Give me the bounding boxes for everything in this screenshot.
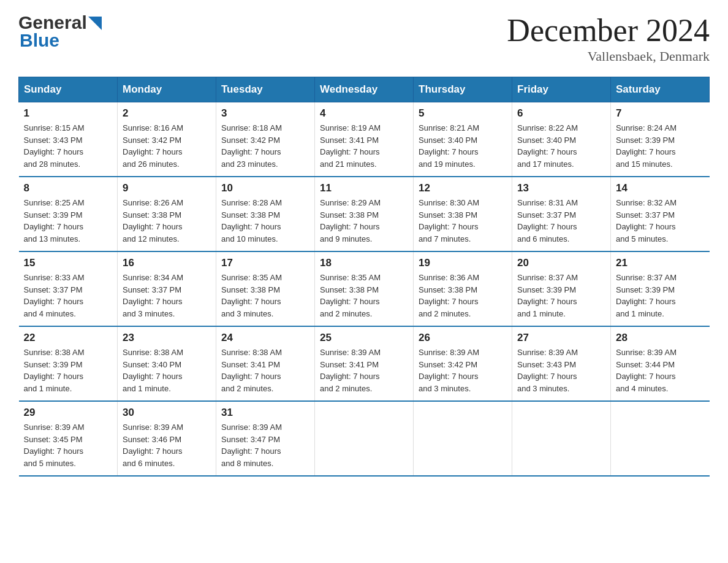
day-info: Sunrise: 8:37 AMSunset: 3:39 PMDaylight:…	[616, 272, 705, 320]
day-number: 2	[123, 107, 211, 120]
day-number: 25	[320, 332, 408, 344]
day-number: 14	[616, 182, 705, 194]
month-year-title: December 2024	[507, 12, 710, 48]
day-info: Sunrise: 8:39 AMSunset: 3:46 PMDaylight:…	[123, 421, 211, 469]
day-number: 30	[123, 407, 211, 419]
calendar-week-row: 29Sunrise: 8:39 AMSunset: 3:45 PMDayligh…	[19, 401, 710, 476]
table-row: 17Sunrise: 8:35 AMSunset: 3:38 PMDayligh…	[216, 251, 315, 326]
table-row: 6Sunrise: 8:22 AMSunset: 3:40 PMDaylight…	[512, 102, 611, 177]
col-thursday: Thursday	[414, 77, 512, 102]
table-row: 31Sunrise: 8:39 AMSunset: 3:47 PMDayligh…	[216, 401, 315, 476]
table-row: 18Sunrise: 8:35 AMSunset: 3:38 PMDayligh…	[315, 251, 414, 326]
day-info: Sunrise: 8:33 AMSunset: 3:37 PMDaylight:…	[24, 272, 113, 320]
table-row: 8Sunrise: 8:25 AMSunset: 3:39 PMDaylight…	[19, 177, 118, 251]
table-row: 19Sunrise: 8:36 AMSunset: 3:38 PMDayligh…	[414, 251, 512, 326]
logo-blue-text: Blue	[20, 30, 59, 51]
table-row	[512, 401, 611, 476]
day-number: 22	[24, 332, 113, 344]
day-number: 19	[419, 257, 507, 269]
table-row: 25Sunrise: 8:39 AMSunset: 3:41 PMDayligh…	[315, 326, 414, 401]
day-number: 31	[221, 407, 309, 419]
table-row: 4Sunrise: 8:19 AMSunset: 3:41 PMDaylight…	[315, 102, 414, 177]
page-header: General Blue December 2024 Vallensbaek, …	[18, 12, 710, 64]
day-info: Sunrise: 8:35 AMSunset: 3:38 PMDaylight:…	[221, 272, 309, 320]
table-row: 9Sunrise: 8:26 AMSunset: 3:38 PMDaylight…	[118, 177, 216, 251]
day-info: Sunrise: 8:26 AMSunset: 3:38 PMDaylight:…	[123, 197, 211, 245]
day-info: Sunrise: 8:38 AMSunset: 3:40 PMDaylight:…	[123, 347, 211, 394]
table-row: 2Sunrise: 8:16 AMSunset: 3:42 PMDaylight…	[118, 102, 216, 177]
day-info: Sunrise: 8:28 AMSunset: 3:38 PMDaylight:…	[221, 197, 309, 245]
table-row: 28Sunrise: 8:39 AMSunset: 3:44 PMDayligh…	[611, 326, 710, 401]
table-row: 27Sunrise: 8:39 AMSunset: 3:43 PMDayligh…	[512, 326, 611, 401]
table-row: 12Sunrise: 8:30 AMSunset: 3:38 PMDayligh…	[414, 177, 512, 251]
day-info: Sunrise: 8:39 AMSunset: 3:47 PMDaylight:…	[221, 421, 309, 469]
day-number: 8	[24, 182, 113, 194]
day-number: 13	[517, 182, 605, 194]
day-number: 16	[123, 257, 211, 269]
day-info: Sunrise: 8:38 AMSunset: 3:39 PMDaylight:…	[24, 347, 113, 394]
day-number: 23	[123, 332, 211, 344]
calendar-table: Sunday Monday Tuesday Wednesday Thursday…	[18, 77, 710, 477]
day-info: Sunrise: 8:37 AMSunset: 3:39 PMDaylight:…	[517, 272, 605, 320]
table-row: 11Sunrise: 8:29 AMSunset: 3:38 PMDayligh…	[315, 177, 414, 251]
day-info: Sunrise: 8:34 AMSunset: 3:37 PMDaylight:…	[123, 272, 211, 320]
table-row: 10Sunrise: 8:28 AMSunset: 3:38 PMDayligh…	[216, 177, 315, 251]
day-info: Sunrise: 8:21 AMSunset: 3:40 PMDaylight:…	[419, 122, 507, 170]
col-monday: Monday	[118, 77, 216, 102]
calendar-week-row: 22Sunrise: 8:38 AMSunset: 3:39 PMDayligh…	[19, 326, 710, 401]
day-info: Sunrise: 8:31 AMSunset: 3:37 PMDaylight:…	[517, 197, 605, 245]
day-number: 1	[24, 107, 113, 120]
day-info: Sunrise: 8:19 AMSunset: 3:41 PMDaylight:…	[320, 122, 408, 170]
day-number: 5	[419, 107, 507, 120]
logo: General Blue	[18, 12, 102, 51]
table-row: 30Sunrise: 8:39 AMSunset: 3:46 PMDayligh…	[118, 401, 216, 476]
day-number: 7	[616, 107, 705, 120]
table-row: 24Sunrise: 8:38 AMSunset: 3:41 PMDayligh…	[216, 326, 315, 401]
day-number: 20	[517, 257, 605, 269]
table-row: 21Sunrise: 8:37 AMSunset: 3:39 PMDayligh…	[611, 251, 710, 326]
table-row: 29Sunrise: 8:39 AMSunset: 3:45 PMDayligh…	[19, 401, 118, 476]
day-info: Sunrise: 8:39 AMSunset: 3:45 PMDaylight:…	[24, 421, 113, 469]
day-number: 9	[123, 182, 211, 194]
table-row	[315, 401, 414, 476]
table-row: 16Sunrise: 8:34 AMSunset: 3:37 PMDayligh…	[118, 251, 216, 326]
calendar-week-row: 1Sunrise: 8:15 AMSunset: 3:43 PMDaylight…	[19, 102, 710, 177]
day-info: Sunrise: 8:16 AMSunset: 3:42 PMDaylight:…	[123, 122, 211, 170]
logo-arrow-icon	[88, 17, 102, 30]
table-row: 20Sunrise: 8:37 AMSunset: 3:39 PMDayligh…	[512, 251, 611, 326]
col-saturday: Saturday	[611, 77, 710, 102]
table-row: 7Sunrise: 8:24 AMSunset: 3:39 PMDaylight…	[611, 102, 710, 177]
calendar-header-row: Sunday Monday Tuesday Wednesday Thursday…	[19, 77, 710, 102]
col-wednesday: Wednesday	[315, 77, 414, 102]
day-number: 21	[616, 257, 705, 269]
day-number: 10	[221, 182, 309, 194]
day-info: Sunrise: 8:15 AMSunset: 3:43 PMDaylight:…	[24, 122, 113, 170]
day-info: Sunrise: 8:38 AMSunset: 3:41 PMDaylight:…	[221, 347, 309, 394]
title-block: December 2024 Vallensbaek, Denmark	[507, 12, 710, 64]
table-row	[611, 401, 710, 476]
table-row: 14Sunrise: 8:32 AMSunset: 3:37 PMDayligh…	[611, 177, 710, 251]
day-number: 15	[24, 257, 113, 269]
col-friday: Friday	[512, 77, 611, 102]
day-number: 4	[320, 107, 408, 120]
day-info: Sunrise: 8:25 AMSunset: 3:39 PMDaylight:…	[24, 197, 113, 245]
calendar-week-row: 15Sunrise: 8:33 AMSunset: 3:37 PMDayligh…	[19, 251, 710, 326]
day-info: Sunrise: 8:29 AMSunset: 3:38 PMDaylight:…	[320, 197, 408, 245]
col-sunday: Sunday	[19, 77, 118, 102]
day-number: 18	[320, 257, 408, 269]
day-info: Sunrise: 8:39 AMSunset: 3:42 PMDaylight:…	[419, 347, 507, 394]
day-info: Sunrise: 8:32 AMSunset: 3:37 PMDaylight:…	[616, 197, 705, 245]
day-number: 6	[517, 107, 605, 120]
day-number: 17	[221, 257, 309, 269]
calendar-week-row: 8Sunrise: 8:25 AMSunset: 3:39 PMDaylight…	[19, 177, 710, 251]
table-row: 3Sunrise: 8:18 AMSunset: 3:42 PMDaylight…	[216, 102, 315, 177]
table-row: 13Sunrise: 8:31 AMSunset: 3:37 PMDayligh…	[512, 177, 611, 251]
table-row: 26Sunrise: 8:39 AMSunset: 3:42 PMDayligh…	[414, 326, 512, 401]
table-row: 15Sunrise: 8:33 AMSunset: 3:37 PMDayligh…	[19, 251, 118, 326]
day-number: 28	[616, 332, 705, 344]
day-number: 27	[517, 332, 605, 344]
day-info: Sunrise: 8:36 AMSunset: 3:38 PMDaylight:…	[419, 272, 507, 320]
day-number: 3	[221, 107, 309, 120]
table-row	[414, 401, 512, 476]
day-info: Sunrise: 8:39 AMSunset: 3:44 PMDaylight:…	[616, 347, 705, 394]
